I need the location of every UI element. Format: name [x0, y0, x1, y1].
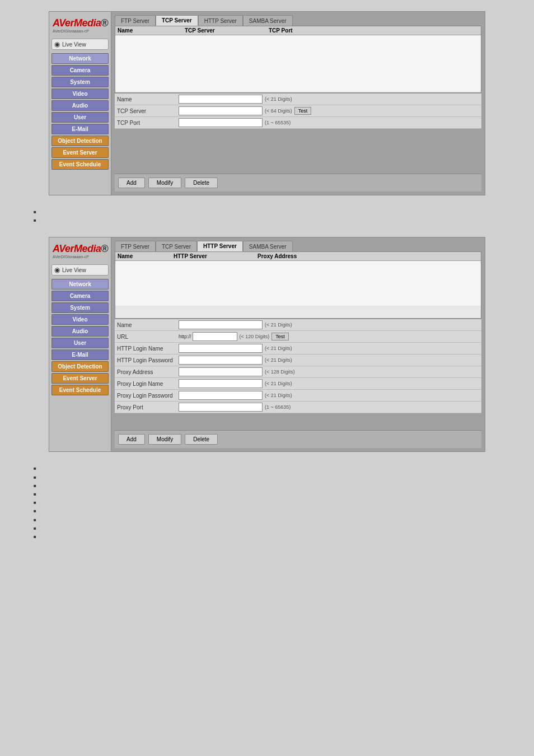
sidebar-item-audio-http[interactable]: Audio — [51, 326, 109, 337]
bullet-b7 — [34, 516, 500, 523]
sidebar-item-user-tcp[interactable]: User — [51, 112, 109, 123]
http-bottom-area — [115, 413, 481, 430]
http-input-proxy-login[interactable] — [179, 379, 263, 388]
bullet-2 — [34, 216, 500, 223]
sidebar-item-event-schedule-http[interactable]: Event Schedule — [51, 385, 109, 395]
sidebar-item-camera-tcp[interactable]: Camera — [51, 65, 109, 76]
http-add-btn[interactable]: Add — [118, 434, 145, 445]
tab-http-tcp[interactable]: HTTP Server — [198, 15, 243, 26]
tcp-bottom-area — [115, 129, 481, 174]
http-input-proxy-addr[interactable] — [179, 367, 263, 376]
sidebar-item-user-http[interactable]: User — [51, 338, 109, 348]
sidebar-item-event-server-http[interactable]: Event Server — [51, 373, 109, 384]
tab-tcp[interactable]: TCP Server — [156, 15, 198, 26]
http-input-login-pass[interactable] — [179, 356, 263, 365]
tcp-table-body — [115, 35, 481, 91]
tcp-input-server[interactable] — [179, 106, 263, 115]
http-input-proxy-port[interactable] — [179, 403, 263, 412]
sidebar-http: AVerMedia® AVerDIGIsraaaan-cP ◉ Live Vie… — [49, 237, 111, 451]
tab-tcp-http[interactable]: TCP Server — [156, 241, 197, 251]
sidebar-item-system-http[interactable]: System — [51, 302, 109, 313]
tcp-col-server: TCP Server — [185, 27, 269, 34]
tcp-form-row-server: TCP Server (< 64 Digits) Test — [115, 105, 481, 117]
http-input-login-name[interactable] — [179, 344, 263, 353]
tab-http[interactable]: HTTP Server — [197, 241, 243, 251]
http-hint-proxy-addr: (< 128 Digits) — [265, 369, 295, 375]
http-table-header: Name HTTP Server Proxy Address — [115, 252, 481, 261]
live-view-btn-http[interactable]: ◉ Live View — [51, 264, 109, 276]
http-input-name[interactable] — [179, 320, 263, 329]
http-hint-name: (< 21 Digits) — [265, 322, 292, 328]
tcp-input-port[interactable] — [179, 118, 263, 127]
http-url-prefix: http:// — [179, 334, 191, 339]
tcp-form: Name (< 21 Digits) TCP Server (< 64 Digi… — [115, 93, 481, 129]
tcp-action-buttons: Add Modify Delete — [115, 174, 481, 192]
http-label-proxy-port: Proxy Port — [117, 404, 179, 410]
tab-ftp-http[interactable]: FTP Server — [115, 241, 156, 251]
tcp-server-panel: AVerMedia® AVerDIGIsraaaan-cP ◉ Live Vie… — [49, 11, 485, 195]
http-table-body — [115, 261, 481, 306]
tab-samba-http[interactable]: SAMBA Server — [243, 241, 293, 251]
sidebar-item-event-server-tcp[interactable]: Event Server — [51, 147, 109, 158]
sidebar-item-video-tcp[interactable]: Video — [51, 88, 109, 99]
http-hint-login-name: (< 21 Digits) — [265, 346, 292, 351]
http-modify-btn[interactable]: Modify — [148, 434, 181, 445]
http-label-name: Name — [117, 322, 179, 328]
tcp-col-port: TCP Port — [269, 27, 325, 34]
tcp-delete-btn[interactable]: Delete — [185, 178, 218, 188]
bullet-b1 — [34, 464, 500, 472]
bullet-b5 — [34, 498, 500, 506]
http-label-proxy-pass: Proxy Login Password — [117, 393, 179, 399]
logo-sub-http: AVerDIGIsraaaan-cP — [53, 255, 107, 259]
tab-samba-tcp[interactable]: SAMBA Server — [243, 15, 293, 26]
tabs-bar-tcp: FTP Server TCP Server HTTP Server SAMBA … — [115, 15, 481, 26]
tcp-label-server: TCP Server — [117, 108, 179, 114]
http-action-buttons: Add Modify Delete — [115, 430, 481, 448]
logo-area-http: AVerMedia® AVerDIGIsraaaan-cP — [51, 241, 109, 261]
bullet-b2 — [34, 473, 500, 480]
tcp-hint-name: (< 21 Digits) — [265, 96, 292, 102]
sidebar-item-video-http[interactable]: Video — [51, 314, 109, 325]
sidebar-item-network-http[interactable]: Network — [51, 279, 109, 290]
sidebar-item-system-tcp[interactable]: System — [51, 77, 109, 87]
tv-icon-http: ◉ — [54, 266, 60, 274]
sidebar-item-network-tcp[interactable]: Network — [51, 53, 109, 64]
tcp-hint-port: (1 ~ 65535) — [265, 120, 291, 125]
bullet-b8 — [34, 524, 500, 531]
logo-sub-tcp: AVerDIGIsraaaan-cP — [53, 29, 107, 33]
sidebar-item-audio-tcp[interactable]: Audio — [51, 100, 109, 111]
live-view-label-tcp: Live View — [62, 41, 86, 48]
bullet-1 — [34, 208, 500, 215]
sidebar-item-email-http[interactable]: E-Mail — [51, 349, 109, 360]
tcp-add-btn[interactable]: Add — [118, 178, 145, 188]
main-content-http: FTP Server TCP Server HTTP Server SAMBA … — [111, 237, 485, 451]
http-hint-proxy-pass: (< 21 Digits) — [265, 393, 292, 398]
tab-ftp-tcp[interactable]: FTP Server — [115, 15, 156, 26]
tcp-label-name: Name — [117, 96, 179, 102]
http-label-url: URL — [117, 334, 179, 340]
sidebar-item-object-detection-http[interactable]: Object Detection — [51, 361, 109, 372]
sidebar-item-email-tcp[interactable]: E-Mail — [51, 124, 109, 134]
http-test-btn[interactable]: Test — [271, 333, 289, 340]
http-form: Name (< 21 Digits) URL http:// (< 120 Di… — [115, 319, 481, 413]
http-label-proxy-addr: Proxy Address — [117, 369, 179, 375]
http-label-login-pass: HTTP Login Password — [117, 357, 179, 363]
http-delete-btn[interactable]: Delete — [185, 434, 218, 445]
logo-avermedia-tcp: AVerMedia® — [53, 17, 107, 29]
http-hint-proxy-port: (1 ~ 65635) — [265, 404, 291, 410]
tcp-modify-btn[interactable]: Modify — [148, 178, 181, 188]
sidebar-item-object-detection-tcp[interactable]: Object Detection — [51, 136, 109, 146]
http-form-row-proxy-addr: Proxy Address (< 128 Digits) — [115, 366, 481, 378]
live-view-btn-tcp[interactable]: ◉ Live View — [51, 39, 109, 50]
tv-icon-tcp: ◉ — [54, 40, 60, 48]
sidebar-item-camera-http[interactable]: Camera — [51, 291, 109, 301]
tcp-form-row-name: Name (< 21 Digits) — [115, 94, 481, 105]
http-input-proxy-pass[interactable] — [179, 391, 263, 400]
tcp-input-name[interactable] — [179, 95, 263, 104]
live-view-label-http: Live View — [62, 267, 86, 273]
sidebar-item-event-schedule-tcp[interactable]: Event Schedule — [51, 159, 109, 170]
tcp-test-btn[interactable]: Test — [294, 107, 312, 115]
bullets-section2 — [17, 462, 517, 543]
http-input-url[interactable] — [193, 332, 237, 341]
http-col-proxy: Proxy Address — [257, 253, 341, 259]
